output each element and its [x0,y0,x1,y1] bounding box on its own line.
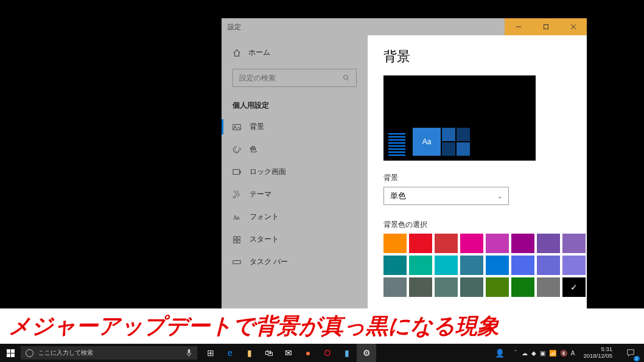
color-swatch-grid [383,234,571,297]
sidebar-item-1[interactable]: 色 [222,138,368,161]
color-swatch[interactable] [511,234,534,253]
sidebar-item-4[interactable]: AAフォント [222,206,368,228]
color-swatch[interactable] [537,256,560,275]
home-link[interactable]: ホーム [222,41,368,64]
volume-icon[interactable]: 🔇 [560,350,567,357]
app-icon[interactable]: ◆ [531,350,536,357]
search-bar-placeholder: ここに入力して検索 [38,349,93,357]
section-header: 個人用設定 [222,92,368,116]
svg-rect-16 [237,236,240,238]
color-swatch[interactable] [435,234,458,253]
svg-rect-1 [544,25,548,29]
window-controls [505,18,587,35]
sidebar-item-5[interactable]: スタート [222,228,368,251]
color-swatch[interactable] [562,234,586,253]
home-label: ホーム [248,47,270,58]
picture-icon [233,123,241,131]
start-button[interactable] [0,344,21,362]
background-dropdown[interactable]: 単色 ⌄ [383,187,509,205]
action-center-icon[interactable]: 2 [621,344,640,362]
settings-icon[interactable]: ⚙ [357,344,376,362]
svg-point-8 [235,148,236,148]
clock[interactable]: 5:31 2018/12/05 [579,346,616,360]
system-tray: 👤 ˆ ☁◆▣📶🔇A 5:31 2018/12/05 2 [490,344,644,362]
color-swatch[interactable] [460,234,483,253]
taskbar-icon [233,258,241,266]
svg-rect-15 [234,236,236,238]
color-swatch[interactable] [537,234,560,253]
opera-icon[interactable]: O [318,344,337,362]
minimize-button[interactable] [505,18,532,35]
sidebar-item-0[interactable]: 背景 [222,116,368,138]
network-icon[interactable]: 📶 [549,350,556,357]
sidebar-item-2[interactable]: ロック画面 [222,161,368,183]
svg-rect-17 [234,240,236,242]
caption-text: メジャーアップデートで背景が真っ黒になる現象 [9,312,499,341]
svg-point-9 [235,150,236,151]
preview-start-list [388,133,405,156]
color-swatch[interactable] [435,256,458,275]
mic-icon[interactable] [186,349,192,357]
caption-banner: メジャーアップデートで背景が真っ黒になる現象 [0,308,644,344]
people-icon[interactable]: 👤 [490,344,509,362]
theme-icon [233,190,241,199]
settings-window: 設定 ホーム 設定の検索 [222,18,587,332]
sidebar-item-label: 色 [250,144,257,155]
svg-rect-20 [188,349,191,353]
store-icon[interactable]: 🛍 [259,344,279,362]
font-icon: AA [233,213,241,221]
color-swatch[interactable] [383,256,407,275]
sidebar-item-6[interactable]: タスク バー [222,251,368,273]
sidebar-item-label: フォント [250,212,279,222]
svg-rect-12 [240,170,240,173]
ime-icon[interactable]: A [571,350,575,357]
onedrive-icon[interactable]: ☁ [522,350,528,357]
search-bar[interactable]: ここに入力して検索 [21,346,197,360]
color-swatch[interactable] [511,256,534,275]
home-icon [233,49,241,57]
color-swatch[interactable] [460,277,483,297]
edge-icon[interactable]: e [220,344,240,362]
color-swatch[interactable] [537,277,560,297]
color-swatch[interactable] [486,277,509,297]
color-swatch[interactable] [409,256,432,275]
color-swatch[interactable] [562,277,586,297]
mail-icon[interactable]: ✉ [279,344,298,362]
maximize-button[interactable] [532,18,559,35]
app2-icon[interactable]: ▣ [540,350,545,357]
palette-icon [233,145,241,154]
color-section-label: 背景色の選択 [383,220,571,230]
task-view-icon[interactable]: ⊞ [201,344,220,362]
color-swatch[interactable] [511,277,534,297]
close-button[interactable] [559,18,587,35]
background-label: 背景 [383,173,571,183]
firefox-icon[interactable]: ● [298,344,318,362]
dropdown-value: 単色 [390,190,406,201]
color-swatch[interactable] [383,277,407,297]
page-title: 背景 [383,47,571,66]
color-swatch[interactable] [486,256,509,275]
sidebar-item-label: テーマ [250,189,271,200]
color-swatch[interactable] [486,234,509,253]
color-swatch[interactable] [460,256,483,275]
sidebar: ホーム 設定の検索 個人用設定 背景色ロック画面テーマAAフォントスタートタスク… [222,35,368,332]
svg-rect-18 [237,240,240,242]
taskbar: ここに入力して検索 ⊞e▮🛍✉●O▮⚙ 👤 ˆ ☁◆▣📶🔇A 5:31 2018… [0,344,644,362]
titlebar: 設定 [222,18,587,35]
svg-point-10 [236,151,237,151]
color-swatch[interactable] [562,256,586,275]
tray-chevron-up-icon[interactable]: ˆ [514,350,516,357]
sidebar-item-label: 背景 [250,122,264,132]
file-explorer-icon[interactable]: ▮ [240,344,259,362]
chevron-down-icon: ⌄ [497,193,502,200]
color-swatch[interactable] [383,234,407,253]
action-center-badge: 2 [634,356,640,361]
color-swatch[interactable] [409,234,432,253]
lock-screen-icon [233,168,241,176]
sidebar-item-3[interactable]: テーマ [222,183,368,206]
color-swatch[interactable] [409,277,432,297]
notepad-icon[interactable]: ▮ [337,344,357,362]
color-swatch[interactable] [435,277,458,297]
search-input[interactable]: 設定の検索 [233,69,357,87]
windows-logo-icon [7,349,15,357]
